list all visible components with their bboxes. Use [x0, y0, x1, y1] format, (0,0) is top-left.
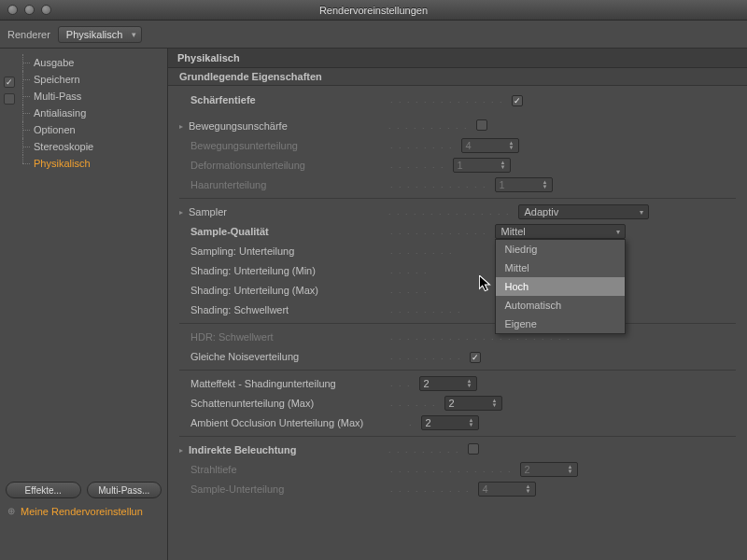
ao-label: Ambient Occlusion Unterteilung (Max): [190, 417, 405, 428]
renderer-bar: Renderer Physikalisch: [0, 21, 747, 49]
renderer-select[interactable]: Physikalisch: [58, 26, 142, 43]
sidebar-item-optionen[interactable]: Optionen: [22, 121, 163, 138]
quality-option[interactable]: Eigene: [496, 315, 625, 333]
gi-checkbox[interactable]: [468, 443, 479, 455]
effects-button[interactable]: Effekte...: [6, 482, 81, 498]
matte-spinner[interactable]: 2▲▼: [419, 376, 477, 391]
close-icon[interactable]: [7, 5, 18, 15]
gi-label: Indirekte Beleuchtung: [189, 444, 385, 455]
quality-option[interactable]: Hoch: [496, 277, 625, 296]
sampling-sub-label: Sampling: Unterteilung: [190, 245, 387, 257]
raydepth-spinner[interactable]: 2▲▼: [520, 462, 578, 477]
motion-checkbox[interactable]: [476, 119, 487, 131]
my-render-preset[interactable]: Meine Rendervoreinstellun: [6, 506, 162, 517]
dof-label: Schärfentiefe: [190, 94, 387, 105]
sidebar-item-physikalisch[interactable]: Physikalisch: [22, 155, 163, 172]
hair-sub-spinner[interactable]: 1▲▼: [495, 177, 553, 192]
shadow-label: Schattenunterteilung (Max): [190, 398, 387, 409]
hair-sub-label: Haarunterteilung: [190, 179, 387, 190]
sidebar-item-speichern[interactable]: Speichern: [22, 71, 163, 88]
disclosure-icon[interactable]: ▸: [179, 122, 189, 131]
disclosure-icon[interactable]: ▸: [179, 446, 189, 455]
sample-sub-spinner[interactable]: 4▲▼: [478, 482, 536, 497]
shadow-spinner[interactable]: 2▲▼: [444, 396, 502, 411]
checkbox-multipass[interactable]: [4, 93, 15, 105]
sample-sub-label: Sample-Unterteilung: [190, 483, 387, 495]
quality-select[interactable]: Mittel: [495, 224, 626, 239]
sidebar: ✓ Ausgabe Speichern Multi-Pass Antialias…: [0, 49, 168, 560]
hdr-thresh-label: HDR: Schwellwert: [190, 331, 387, 343]
shading-max-label: Shading: Unterteilung (Max): [190, 285, 387, 296]
sampler-select[interactable]: Adaptiv: [518, 204, 649, 219]
dof-checkbox[interactable]: ✓: [512, 95, 523, 106]
ao-spinner[interactable]: 2▲▼: [421, 415, 479, 430]
disclosure-icon[interactable]: ▸: [179, 208, 189, 217]
sidebar-item-ausgabe[interactable]: Ausgabe: [22, 54, 163, 71]
traffic-lights: [7, 5, 51, 15]
noise-label: Gleiche Noiseverteilung: [190, 351, 387, 362]
motion-sub-label: Bewegungsunterteilung: [190, 140, 387, 151]
deform-sub-spinner[interactable]: 1▲▼: [453, 158, 511, 173]
group-title: Grundlegende Eigenschaften: [168, 68, 747, 86]
panel-title: Physikalisch: [168, 49, 747, 68]
motion-label: Bewegungsunschärfe: [189, 120, 385, 132]
checkbox-speichern[interactable]: ✓: [4, 77, 15, 88]
render-tree: Ausgabe Speichern Multi-Pass Antialiasin…: [0, 54, 167, 172]
zoom-icon[interactable]: [41, 5, 51, 15]
minimize-icon[interactable]: [24, 5, 35, 15]
window-title: Rendervoreinstellungen: [319, 5, 428, 16]
quality-option[interactable]: Mittel: [496, 259, 625, 277]
quality-option[interactable]: Niedrig: [496, 240, 625, 259]
shading-min-label: Shading: Unterteilung (Min): [190, 265, 387, 276]
deform-sub-label: Deformationsunterteilung: [190, 160, 387, 171]
shading-thresh-label: Shading: Schwellwert: [190, 304, 387, 315]
quality-option[interactable]: Automatisch: [496, 296, 625, 315]
sidebar-item-antialiasing[interactable]: Antialiasing: [22, 105, 163, 121]
matte-label: Matteffekt - Shadingunterteilung: [190, 378, 387, 389]
multipass-button[interactable]: Multi-Pass...: [87, 482, 162, 498]
sidebar-item-stereoskopie[interactable]: Stereoskopie: [22, 138, 163, 155]
sidebar-item-multipass[interactable]: Multi-Pass: [22, 88, 163, 105]
renderer-label: Renderer: [7, 29, 50, 40]
quality-label: Sample-Qualität: [190, 226, 387, 237]
motion-sub-spinner[interactable]: 4▲▼: [461, 138, 519, 153]
raydepth-label: Strahltiefe: [190, 464, 387, 475]
noise-checkbox[interactable]: ✓: [470, 352, 481, 363]
sampler-label: Sampler: [189, 206, 385, 217]
settings-panel: Physikalisch Grundlegende Eigenschaften …: [168, 49, 747, 560]
quality-dropdown-menu[interactable]: NiedrigMittelHochAutomatischEigene: [495, 239, 626, 334]
window-titlebar: Rendervoreinstellungen: [0, 0, 747, 21]
